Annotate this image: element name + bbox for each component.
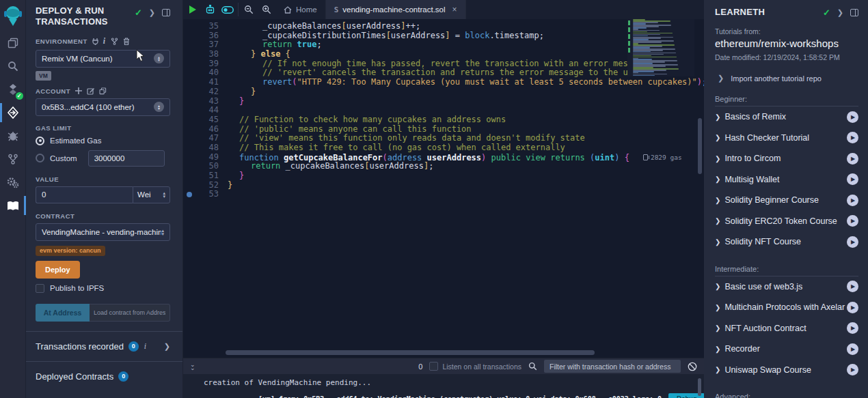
- tutorial-expand-icon[interactable]: ❯: [715, 304, 720, 311]
- code-editor[interactable]: 35_cupcakeBalances[userAddress]++;36_cup…: [183, 19, 704, 358]
- start-tutorial-play-icon[interactable]: ▶: [847, 215, 858, 227]
- plug-icon[interactable]: [92, 38, 98, 45]
- vm-badge: VM: [36, 71, 51, 81]
- tutorial-item[interactable]: ❯Solidity ERC20 Token Course▶: [715, 211, 858, 232]
- tab-vending-machine-contract[interactable]: S vending-machine-contract.sol ×: [326, 0, 466, 19]
- custom-gas-input[interactable]: [88, 150, 165, 167]
- tutorial-item[interactable]: ❯NFT Auction Contract▶: [715, 318, 858, 339]
- zoom-out-icon[interactable]: [240, 0, 258, 19]
- pin-panel-icon[interactable]: [162, 9, 170, 16]
- start-tutorial-play-icon[interactable]: ▶: [847, 281, 858, 292]
- deploy-run-icon[interactable]: [0, 101, 26, 124]
- value-unit-select[interactable]: Wei ▴▾: [133, 186, 170, 203]
- start-tutorial-play-icon[interactable]: ▶: [847, 153, 858, 165]
- edit-account-icon[interactable]: [87, 87, 94, 95]
- fork-environment-icon[interactable]: [111, 38, 118, 45]
- tutorial-item[interactable]: ❯Multichain Protocols with Axelar▶: [715, 297, 858, 318]
- tutorial-item[interactable]: ❯Basics of Remix▶: [715, 106, 858, 128]
- start-tutorial-play-icon[interactable]: ▶: [847, 236, 858, 248]
- tutorial-expand-icon[interactable]: ❯: [715, 113, 720, 121]
- remix-logo-icon[interactable]: [0, 0, 26, 31]
- tutorial-expand-icon[interactable]: ❯: [715, 217, 720, 225]
- editor-minimap[interactable]: [627, 19, 694, 76]
- debugger-icon[interactable]: [0, 124, 26, 147]
- transactions-recorded-section[interactable]: Transactions recorded 0 i ❯: [26, 331, 182, 361]
- custom-gas-radio[interactable]: [36, 154, 44, 162]
- tutorial-expand-icon[interactable]: ❯: [715, 134, 720, 141]
- zoom-in-icon[interactable]: [258, 0, 275, 19]
- listen-all-transactions-checkbox[interactable]: [429, 362, 438, 371]
- icon-sidebar: ✓: [0, 0, 26, 398]
- deploy-button[interactable]: Deploy: [36, 261, 80, 279]
- tutorial-expand-icon[interactable]: ❯: [715, 283, 720, 290]
- code-line-48: 48// This makes it free to call (no gas …: [183, 143, 704, 153]
- start-tutorial-play-icon[interactable]: ▶: [847, 111, 858, 123]
- tutorial-expand-icon[interactable]: ❯: [715, 238, 720, 246]
- delete-environment-icon[interactable]: [123, 38, 130, 45]
- at-address-button[interactable]: At Address: [36, 304, 90, 322]
- search-icon[interactable]: [0, 55, 26, 78]
- editor-horizontal-scrollbar[interactable]: [226, 350, 595, 355]
- git-icon[interactable]: [0, 147, 26, 171]
- estimated-gas-radio[interactable]: [36, 137, 44, 145]
- transaction-filter-input[interactable]: [544, 360, 681, 373]
- run-script-button[interactable]: [183, 0, 201, 19]
- tutorial-expand-icon[interactable]: ❯: [715, 366, 720, 373]
- start-tutorial-play-icon[interactable]: ▶: [847, 302, 858, 313]
- tutorial-expand-icon[interactable]: ❯: [715, 175, 720, 183]
- terminal-scrollbar[interactable]: [698, 378, 701, 396]
- value-input[interactable]: [36, 186, 133, 203]
- environment-info-icon[interactable]: i: [103, 36, 106, 46]
- transactions-info-icon[interactable]: i: [144, 341, 146, 352]
- tutorial-item[interactable]: ❯Solidity NFT Course▶: [715, 231, 858, 253]
- contract-select-arrows: ▴▾: [161, 229, 164, 236]
- copilot-toggle[interactable]: [219, 0, 236, 19]
- tutorial-expand-icon[interactable]: ❯: [715, 197, 720, 204]
- start-tutorial-play-icon[interactable]: ▶: [847, 343, 858, 355]
- file-explorer-icon[interactable]: [0, 31, 26, 55]
- tutorial-expand-icon[interactable]: ❯: [715, 324, 720, 332]
- editor-vertical-scrollbar[interactable]: [698, 118, 702, 174]
- transactions-expand-icon[interactable]: ❯: [164, 342, 170, 351]
- start-tutorial-play-icon[interactable]: ▶: [847, 195, 858, 206]
- learneth-expand-icon[interactable]: ❯: [837, 8, 843, 17]
- deployed-contracts-count-badge: 0: [118, 371, 128, 382]
- learneth-pin-icon[interactable]: [850, 9, 858, 16]
- tutorial-item[interactable]: ❯Intro to Circom▶: [715, 148, 858, 169]
- environment-select[interactable]: Remix VM (Cancun) ▴▾: [36, 50, 170, 68]
- contract-select[interactable]: VendingMachine - vending-machin ▴▾: [36, 223, 170, 241]
- start-tutorial-play-icon[interactable]: ▶: [847, 173, 858, 185]
- tutorial-item[interactable]: ❯Multisig Wallet▶: [715, 169, 858, 190]
- code-line-50: 50return _cupcakeBalances[userAddress];: [183, 162, 704, 171]
- terminal-collapse-icon[interactable]: ⌄⌄: [190, 363, 195, 370]
- tutorial-item[interactable]: ❯Basic use of web3.js▶: [715, 276, 858, 298]
- publish-ipfs-checkbox[interactable]: [36, 284, 44, 293]
- deployed-contracts-section[interactable]: Deployed Contracts 0: [26, 361, 182, 391]
- start-tutorial-play-icon[interactable]: ▶: [847, 132, 858, 143]
- learneth-book-icon[interactable]: [0, 194, 26, 217]
- solidity-compiler-icon[interactable]: ✓: [0, 78, 26, 101]
- copy-account-icon[interactable]: [99, 87, 107, 95]
- ai-assistant-icon[interactable]: [201, 0, 219, 19]
- tutorial-expand-icon[interactable]: ❯: [715, 155, 720, 162]
- import-tutorial-repo[interactable]: ❯ Import another tutorial repo: [718, 74, 858, 83]
- terminal-pending-line: creation of VendingMachine pending...: [204, 378, 704, 387]
- tutorial-item[interactable]: ❯Hash Checker Tutorial▶: [715, 128, 858, 149]
- add-account-icon[interactable]: [75, 87, 82, 94]
- tutorial-expand-icon[interactable]: ❯: [715, 345, 720, 353]
- tutorial-item[interactable]: ❯Uniswap Swap Course▶: [715, 360, 858, 381]
- tutorial-item[interactable]: ❯Recorder▶: [715, 339, 858, 360]
- at-address-input[interactable]: [90, 304, 170, 322]
- close-tab-icon[interactable]: ×: [452, 5, 457, 14]
- terminal-output[interactable]: creation of VendingMachine pending... [v…: [183, 374, 704, 398]
- panel-expand-icon[interactable]: ❯: [149, 8, 155, 17]
- account-select[interactable]: 0x5B3...eddC4 (100 ether) ▴▾: [36, 98, 170, 116]
- start-tutorial-play-icon[interactable]: ▶: [847, 364, 858, 375]
- start-tutorial-play-icon[interactable]: ▶: [847, 322, 858, 334]
- tutorial-item[interactable]: ❯Solidity Beginner Course▶: [715, 190, 858, 211]
- transaction-summary: [vm] from: 0x5B3...eddC4 to: VendingMach…: [258, 395, 662, 398]
- clear-console-icon[interactable]: [688, 362, 697, 371]
- code-line-44: 44: [183, 106, 704, 115]
- settings-icon[interactable]: [0, 171, 26, 194]
- tab-home[interactable]: Home: [275, 0, 326, 19]
